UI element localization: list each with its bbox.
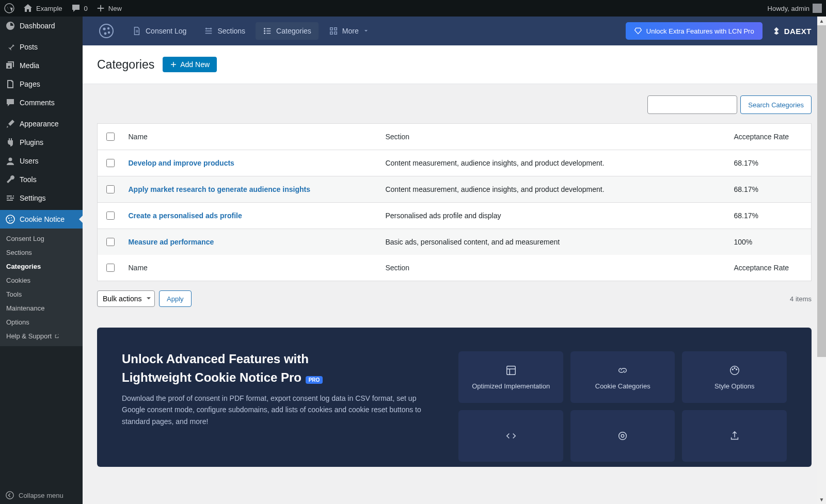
tile-placeholder-2[interactable]	[570, 410, 675, 462]
list-icon	[263, 26, 272, 36]
menu-tools[interactable]: Tools	[0, 170, 83, 189]
tablenav: Bulk actions Apply 4 items	[97, 290, 812, 307]
plugin-nav: Consent Log Sections Categories More	[125, 22, 376, 40]
wrench-icon	[5, 174, 15, 185]
submenu-options[interactable]: Options	[0, 315, 83, 329]
svg-point-4	[8, 218, 9, 219]
avatar	[813, 4, 822, 13]
row-name-link[interactable]: Create a personalised ads profile	[129, 212, 242, 220]
promo-description: Download the proof of consent in PDF for…	[122, 393, 427, 427]
menu-cookie-notice[interactable]: Cookie Notice	[0, 210, 83, 229]
scrollbar[interactable]: ▲ ▼	[817, 17, 826, 504]
daext-brand[interactable]: DAEXT	[772, 26, 812, 36]
bulk-actions-select[interactable]: Bulk actions	[97, 290, 155, 307]
tile-placeholder-1[interactable]	[458, 410, 563, 462]
menu-label: Comments	[20, 99, 55, 107]
menu-posts[interactable]: Posts	[0, 38, 83, 56]
menu-users[interactable]: Users	[0, 152, 83, 170]
svg-point-2	[9, 158, 12, 161]
menu-settings[interactable]: Settings	[0, 189, 83, 207]
promo-tiles: Optimized Implementation Cookie Categori…	[458, 351, 787, 462]
layout-icon	[505, 365, 517, 376]
submenu-tools[interactable]: Tools	[0, 287, 83, 301]
col-rate[interactable]: Acceptance Rate	[729, 124, 812, 150]
svg-point-1	[8, 66, 10, 68]
plus-icon	[96, 4, 105, 13]
tile-style[interactable]: Style Options	[682, 351, 787, 403]
menu-label: Posts	[20, 43, 38, 51]
select-all-checkbox[interactable]	[106, 133, 115, 141]
tile-label: Cookie Categories	[595, 382, 650, 390]
scroll-down-arrow[interactable]: ▼	[817, 495, 826, 504]
nav-consent-log[interactable]: Consent Log	[125, 22, 194, 40]
row-name-link[interactable]: Develop and improve products	[129, 159, 234, 167]
unlock-pro-button[interactable]: Unlock Extra Features with LCN Pro	[626, 22, 763, 40]
page-title: Categories	[97, 58, 154, 72]
code-icon	[505, 430, 517, 442]
col-name[interactable]: Name	[123, 255, 380, 281]
search-button[interactable]: Search Categories	[740, 95, 812, 114]
row-name-link[interactable]: Measure ad performance	[129, 238, 214, 246]
col-section[interactable]: Section	[380, 124, 728, 150]
scroll-up-arrow[interactable]: ▲	[817, 17, 826, 25]
menu-media[interactable]: Media	[0, 56, 83, 75]
svg-point-3	[6, 215, 14, 223]
submenu-consent-log[interactable]: Consent Log	[0, 232, 83, 246]
account-link[interactable]: Howdy, admin	[764, 0, 826, 17]
promo-title-line1: Unlock Advanced Features with	[122, 351, 427, 367]
menu-dashboard[interactable]: Dashboard	[0, 17, 83, 35]
submenu-categories[interactable]: Categories	[0, 259, 83, 273]
svg-rect-19	[330, 32, 333, 35]
new-link[interactable]: New	[92, 0, 126, 17]
svg-point-16	[264, 33, 265, 34]
scroll-thumb[interactable]	[817, 25, 826, 357]
svg-rect-17	[330, 28, 333, 30]
nav-categories[interactable]: Categories	[256, 22, 319, 40]
col-rate[interactable]: Acceptance Rate	[729, 255, 812, 281]
sliders-icon	[5, 193, 15, 203]
col-name[interactable]: Name	[123, 124, 380, 150]
submenu-sections[interactable]: Sections	[0, 246, 83, 259]
menu-plugins[interactable]: Plugins	[0, 133, 83, 152]
row-rate: 100%	[729, 229, 812, 255]
tile-placeholder-3[interactable]	[682, 410, 787, 462]
wp-logo[interactable]	[0, 0, 19, 17]
select-all-checkbox-bottom[interactable]	[106, 264, 115, 272]
menu-label: Plugins	[20, 138, 43, 147]
add-new-button[interactable]: Add New	[163, 57, 217, 72]
tile-optimized[interactable]: Optimized Implementation	[458, 351, 563, 403]
chevron-down-icon	[363, 28, 369, 34]
apply-button[interactable]: Apply	[159, 290, 192, 307]
search-input[interactable]	[647, 95, 737, 114]
row-checkbox[interactable]	[106, 159, 115, 167]
submenu-cookies[interactable]: Cookies	[0, 273, 83, 287]
row-name-link[interactable]: Apply market research to generate audien…	[129, 185, 310, 193]
menu-comments[interactable]: Comments	[0, 93, 83, 112]
nav-sections[interactable]: Sections	[197, 22, 252, 40]
col-section[interactable]: Section	[380, 255, 728, 281]
submenu-label: Help & Support	[6, 332, 52, 340]
row-checkbox[interactable]	[106, 185, 115, 193]
menu-pages[interactable]: Pages	[0, 75, 83, 93]
table-row: Measure ad performanceBasic ads, persona…	[98, 229, 812, 255]
media-icon	[5, 60, 15, 71]
submenu-help[interactable]: Help & Support	[0, 329, 83, 343]
menu-label: Dashboard	[20, 22, 55, 30]
menu-appearance[interactable]: Appearance	[0, 115, 83, 133]
submenu-maintenance[interactable]: Maintenance	[0, 301, 83, 315]
collapse-menu[interactable]: Collapse menu	[0, 486, 83, 504]
comments-link[interactable]: 0	[67, 0, 92, 17]
nav-more[interactable]: More	[322, 22, 376, 40]
site-name: Example	[36, 5, 62, 12]
plugin-header: Consent Log Sections Categories More Unl…	[83, 17, 826, 45]
brand-label: DAEXT	[784, 27, 812, 36]
menu-label: Pages	[20, 80, 40, 88]
row-checkbox[interactable]	[106, 238, 115, 246]
collapse-label: Collapse menu	[19, 492, 63, 499]
svg-rect-20	[335, 32, 337, 35]
row-checkbox[interactable]	[106, 212, 115, 220]
site-link[interactable]: Example	[19, 0, 67, 17]
svg-rect-21	[506, 366, 515, 375]
tile-categories[interactable]: Cookie Categories	[570, 351, 675, 403]
cookie-icon	[5, 214, 15, 224]
